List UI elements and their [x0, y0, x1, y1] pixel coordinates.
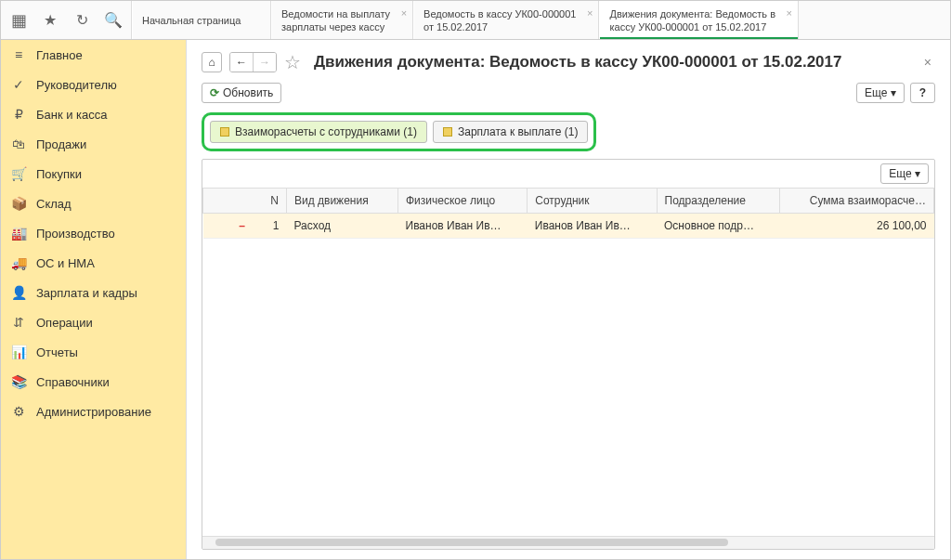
sidebar-icon: 🛍	[10, 137, 27, 151]
favorites-icon[interactable]: ★	[38, 11, 62, 29]
sidebar-item[interactable]: 🛒Покупки	[1, 159, 186, 189]
column-header[interactable]: Сумма взаиморасче…	[779, 189, 933, 214]
data-table: NВид движенияФизическое лицоСотрудникПод…	[202, 188, 934, 239]
window-tab[interactable]: Ведомость в кассу УК00-000001от 15.02.20…	[413, 1, 599, 39]
sidebar-icon: ⚙	[10, 404, 27, 419]
sidebar-icon: 🚚	[10, 255, 27, 270]
table-container: Еще ▾ NВид движенияФизическое лицоСотруд…	[202, 159, 935, 550]
table-toolbar: Еще ▾	[202, 160, 934, 188]
table-body: –1РасходИванов Иван Ив…Иванов Иван Ив…Ос…	[203, 214, 934, 239]
help-button[interactable]: ?	[910, 83, 935, 103]
register-tab-icon	[443, 127, 452, 137]
sidebar-icon: 👤	[10, 285, 27, 300]
sidebar-icon: ⇵	[10, 315, 27, 330]
sidebar-icon: 📊	[10, 345, 27, 359]
sidebar-label: Отчеты	[36, 345, 78, 359]
horizontal-scrollbar[interactable]	[202, 536, 934, 549]
tab-line1: Движения документа: Ведомость в	[609, 7, 775, 20]
sidebar-icon: 🛒	[10, 166, 27, 181]
sidebar-item[interactable]: ⚙Администрирование	[1, 397, 186, 426]
sidebar-icon: ≡	[10, 47, 27, 62]
table-cell: Иванов Иван Ив…	[528, 214, 657, 239]
column-header[interactable]: Сотрудник	[528, 189, 657, 214]
apps-icon[interactable]	[7, 10, 31, 31]
tab-close-icon[interactable]: ×	[401, 7, 407, 20]
more-button[interactable]: Еще ▾	[856, 83, 905, 103]
close-page-button[interactable]: ×	[920, 55, 935, 70]
sidebar-icon: 🏭	[10, 226, 27, 241]
sidebar-item[interactable]: 🚚ОС и НМА	[1, 248, 186, 278]
tab-line2: от 15.02.2017	[423, 20, 576, 33]
sidebar-label: Зарплата и кадры	[36, 286, 137, 300]
top-toolbar: ★ ↻ 🔍 Начальная страницаВедомости на вып…	[1, 1, 950, 40]
page-title: Движения документа: Ведомость в кассу УК…	[314, 53, 841, 72]
register-tab-label: Зарплата к выплате (1)	[458, 125, 578, 138]
refresh-label: Обновить	[223, 86, 273, 99]
tab-line1: Ведомость в кассу УК00-000001	[423, 7, 576, 20]
tab-line1: Ведомости на выплату	[281, 7, 390, 20]
sidebar-item[interactable]: 📚Справочники	[1, 367, 186, 397]
window-tab[interactable]: Начальная страница	[132, 1, 271, 39]
sidebar-item[interactable]: ₽Банк и касса	[1, 99, 186, 129]
top-icon-group: ★ ↻ 🔍	[1, 1, 132, 39]
sidebar-item[interactable]: 🛍Продажи	[1, 129, 186, 159]
sidebar-item[interactable]: ⇵Операции	[1, 307, 186, 337]
sidebar-icon: ✓	[10, 77, 27, 92]
sidebar-icon: 📚	[10, 374, 27, 389]
sidebar-item[interactable]: ≡Главное	[1, 40, 186, 70]
sidebar-label: Покупки	[36, 167, 82, 181]
table-cell: –1	[203, 214, 287, 239]
window-tab[interactable]: Ведомости на выплатузарплаты через кассу…	[271, 1, 413, 39]
column-header[interactable]: Подразделение	[657, 189, 779, 214]
home-button[interactable]: ⌂	[202, 52, 222, 72]
table-cell: Иванов Иван Ив…	[398, 214, 528, 239]
history-icon[interactable]: ↻	[70, 11, 94, 29]
column-header[interactable]: Физическое лицо	[398, 189, 528, 214]
sidebar-label: Главное	[36, 48, 83, 62]
sidebar-item[interactable]: 👤Зарплата и кадры	[1, 278, 186, 307]
sidebar-item[interactable]: 📊Отчеты	[1, 337, 186, 367]
register-tab[interactable]: Взаиморасчеты с сотрудниками (1)	[210, 121, 427, 143]
forward-button[interactable]: →	[254, 53, 276, 72]
star-icon[interactable]: ☆	[284, 51, 301, 73]
sidebar-label: Производство	[36, 227, 115, 241]
content-area: ⌂ ← → ☆ Движения документа: Ведомость в …	[187, 40, 950, 559]
main-area: ≡Главное✓Руководителю₽Банк и касса🛍Прода…	[1, 40, 950, 559]
refresh-icon: ⟳	[210, 86, 219, 99]
back-button[interactable]: ←	[230, 53, 254, 72]
refresh-button[interactable]: ⟳ Обновить	[202, 83, 281, 103]
tab-line1: Начальная страница	[142, 14, 248, 27]
sidebar-icon: 📦	[10, 196, 27, 211]
window-tabs: Начальная страницаВедомости на выплатуза…	[132, 1, 950, 39]
window-tab[interactable]: Движения документа: Ведомость вкассу УК0…	[599, 1, 799, 39]
table-cell: Расход	[287, 214, 398, 239]
table-more-button[interactable]: Еще ▾	[880, 163, 929, 184]
tab-close-icon[interactable]: ×	[787, 7, 792, 20]
subtabs-highlight: Взаиморасчеты с сотрудниками (1)Зарплата…	[202, 112, 596, 151]
sidebar-item[interactable]: ✓Руководителю	[1, 70, 186, 99]
register-tab[interactable]: Зарплата к выплате (1)	[433, 121, 588, 143]
sidebar-label: Справочники	[36, 375, 110, 389]
sidebar-label: Продажи	[36, 137, 86, 151]
sidebar: ≡Главное✓Руководителю₽Банк и касса🛍Прода…	[1, 40, 187, 559]
table-cell: 26 100,00	[779, 214, 933, 239]
table-scroll[interactable]: NВид движенияФизическое лицоСотрудникПод…	[202, 188, 934, 536]
tab-close-icon[interactable]: ×	[587, 7, 593, 20]
sidebar-label: Операции	[36, 316, 93, 330]
toolbar-row: ⟳ Обновить Еще ▾ ?	[202, 83, 935, 103]
tab-line2: зарплаты через кассу	[281, 20, 390, 33]
sidebar-item[interactable]: 🏭Производство	[1, 218, 186, 248]
column-header[interactable]: Вид движения	[287, 189, 398, 214]
sidebar-item[interactable]: 📦Склад	[1, 189, 186, 218]
content-header: ⌂ ← → ☆ Движения документа: Ведомость в …	[202, 51, 935, 73]
sidebar-label: Склад	[36, 197, 72, 211]
register-tab-label: Взаиморасчеты с сотрудниками (1)	[235, 125, 417, 138]
sidebar-label: Администрирование	[36, 405, 151, 419]
search-icon[interactable]: 🔍	[101, 11, 125, 29]
sidebar-label: ОС и НМА	[36, 256, 95, 270]
sidebar-label: Руководителю	[36, 78, 117, 92]
sidebar-icon: ₽	[10, 107, 27, 122]
column-header[interactable]: N	[203, 189, 287, 214]
table-row[interactable]: –1РасходИванов Иван Ив…Иванов Иван Ив…Ос…	[203, 214, 934, 239]
sidebar-label: Банк и касса	[36, 108, 108, 122]
